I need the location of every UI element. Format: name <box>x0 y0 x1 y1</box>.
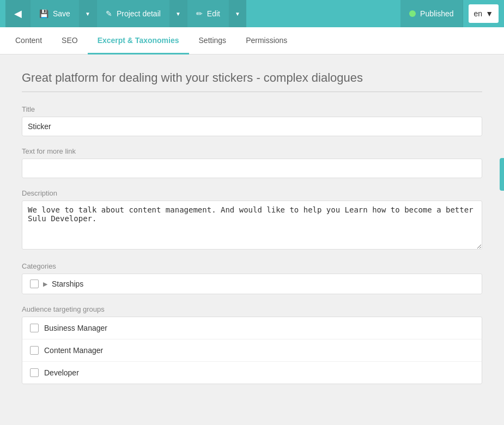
title-input[interactable] <box>22 117 482 136</box>
categories-label: Categories <box>22 262 482 270</box>
project-detail-dropdown-button[interactable]: ▼ <box>169 0 187 27</box>
audience-checkbox-developer[interactable] <box>30 368 39 377</box>
tab-content[interactable]: Content <box>5 27 52 54</box>
tab-permissions[interactable]: Permissions <box>236 27 297 54</box>
audience-label: Audience targeting groups <box>22 305 482 313</box>
tab-seo-label: SEO <box>62 36 78 45</box>
project-detail-button[interactable]: ✎ Project detail <box>97 0 169 27</box>
back-icon: ◀ <box>14 8 22 20</box>
side-handle[interactable] <box>500 158 504 191</box>
tab-excerpt[interactable]: Excerpt & Taxonomies <box>88 27 189 54</box>
project-detail-label: Project detail <box>117 9 161 18</box>
audience-group: Audience targeting groups Business Manag… <box>22 305 482 384</box>
audience-developer-label: Developer <box>44 368 79 377</box>
list-item: Developer <box>22 362 482 384</box>
audience-content-manager-label: Content Manager <box>44 346 103 355</box>
tab-settings[interactable]: Settings <box>189 27 236 54</box>
save-label: Save <box>53 9 70 18</box>
category-starships-label: Starships <box>52 280 83 288</box>
save-dropdown-arrow: ▼ <box>85 11 90 17</box>
category-checkbox-starships[interactable] <box>30 280 39 288</box>
tab-excerpt-label: Excerpt & Taxonomies <box>98 36 179 45</box>
save-dropdown-button[interactable]: ▼ <box>79 0 96 27</box>
list-item: ▶ Starships <box>22 274 482 294</box>
list-item: Business Manager <box>22 317 482 339</box>
page-title: Great platform for dealing with your sti… <box>22 71 482 92</box>
lang-dropdown-arrow: ▼ <box>485 9 493 18</box>
tab-settings-label: Settings <box>199 36 227 45</box>
title-group: Title <box>22 105 482 136</box>
tab-content-label: Content <box>15 36 42 45</box>
published-label: Published <box>420 9 454 18</box>
audience-checkbox-content-manager[interactable] <box>30 346 39 355</box>
categories-box: ▶ Starships <box>22 274 482 294</box>
expand-icon[interactable]: ▶ <box>43 281 47 288</box>
edit-label: Edit <box>207 9 220 18</box>
description-label: Description <box>22 189 482 197</box>
edit-button[interactable]: ✏ Edit <box>187 0 229 27</box>
toolbar: ◀ 💾 Save ▼ ✎ Project detail ▼ ✏ Edit ▼ P… <box>0 0 504 27</box>
tabs-bar: Content SEO Excerpt & Taxonomies Setting… <box>0 27 504 54</box>
list-item: Content Manager <box>22 339 482 362</box>
back-button[interactable]: ◀ <box>5 0 30 27</box>
audience-checkbox-business-manager[interactable] <box>30 324 39 332</box>
pencil-icon: ✎ <box>106 9 112 18</box>
main-content: Great platform for dealing with your sti… <box>0 54 504 425</box>
text-more-link-group: Text for more link <box>22 147 482 178</box>
published-dot <box>409 10 416 17</box>
edit-dropdown-button[interactable]: ▼ <box>229 0 246 27</box>
title-label: Title <box>22 105 482 113</box>
description-textarea[interactable]: We love to talk about content management… <box>22 201 482 250</box>
divider-4 <box>463 0 463 27</box>
audience-business-manager-label: Business Manager <box>44 324 107 332</box>
project-detail-dropdown-arrow: ▼ <box>175 11 181 17</box>
edit-icon: ✏ <box>196 9 203 18</box>
lang-label: en <box>474 9 483 18</box>
categories-group: Categories ▶ Starships <box>22 262 482 294</box>
edit-dropdown-arrow: ▼ <box>235 11 240 17</box>
save-icon: 💾 <box>39 9 48 18</box>
description-group: Description We love to talk about conten… <box>22 189 482 251</box>
text-more-link-input[interactable] <box>22 159 482 178</box>
save-button[interactable]: 💾 Save <box>31 0 79 27</box>
tab-permissions-label: Permissions <box>246 36 287 45</box>
published-status: Published <box>400 0 463 27</box>
audience-box: Business Manager Content Manager Develop… <box>22 317 482 384</box>
tab-seo[interactable]: SEO <box>52 27 88 54</box>
language-selector[interactable]: en ▼ <box>469 4 499 23</box>
text-more-link-label: Text for more link <box>22 147 482 155</box>
